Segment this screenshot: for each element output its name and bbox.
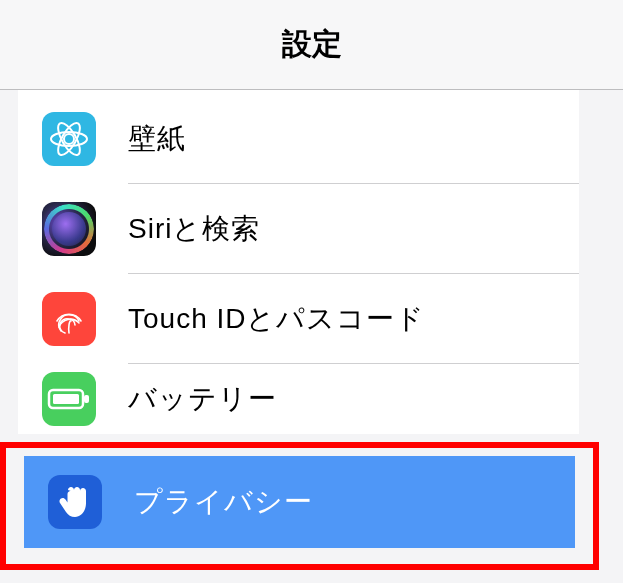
settings-list: 壁紙 Siriと検索 Touch IDとパスコード	[18, 90, 579, 434]
settings-row-label: 壁紙	[128, 120, 186, 158]
annotation-highlight-frame: プライバシー	[0, 442, 599, 570]
svg-rect-6	[84, 395, 89, 403]
settings-row-privacy[interactable]: プライバシー	[24, 456, 575, 548]
settings-row-siri[interactable]: Siriと検索	[18, 184, 579, 274]
battery-icon	[42, 372, 96, 426]
wallpaper-icon	[42, 112, 96, 166]
fingerprint-icon	[42, 292, 96, 346]
settings-row-label: Siriと検索	[128, 210, 260, 248]
settings-header: 設定	[0, 0, 623, 90]
siri-icon	[42, 202, 96, 256]
settings-row-label: バッテリー	[128, 380, 277, 418]
settings-row-label: Touch IDとパスコード	[128, 300, 426, 338]
settings-row-touchid[interactable]: Touch IDとパスコード	[18, 274, 579, 364]
settings-row-label: プライバシー	[134, 483, 313, 521]
page-title: 設定	[282, 24, 342, 65]
svg-point-0	[64, 134, 74, 144]
hand-icon	[48, 475, 102, 529]
settings-row-wallpaper[interactable]: 壁紙	[18, 94, 579, 184]
settings-row-battery[interactable]: バッテリー	[18, 364, 579, 434]
svg-rect-5	[53, 394, 79, 404]
